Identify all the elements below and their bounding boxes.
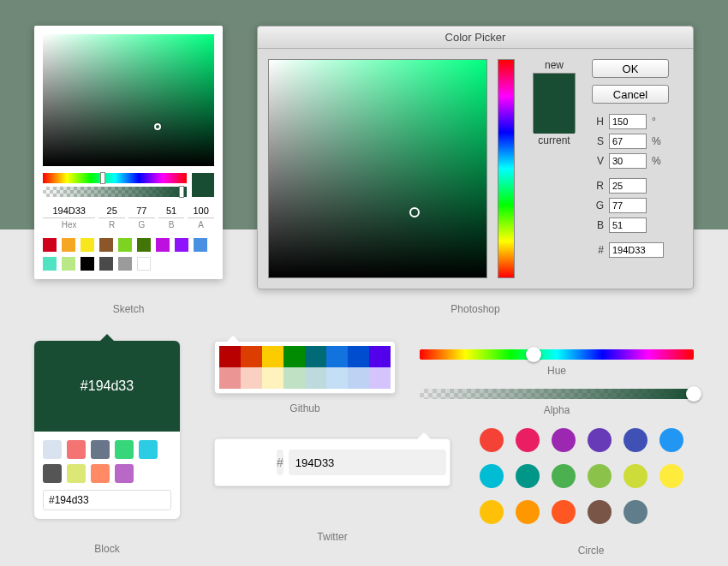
- github-swatch[interactable]: [241, 346, 262, 367]
- circle-swatch[interactable]: [552, 428, 576, 452]
- circle-swatch[interactable]: [588, 464, 612, 488]
- block-swatch[interactable]: [139, 440, 158, 459]
- sketch-sat-knob[interactable]: [154, 123, 161, 130]
- sketch-preset-swatch[interactable]: [62, 238, 75, 252]
- photoshop-sat-knob[interactable]: [409, 207, 420, 217]
- github-swatch[interactable]: [241, 367, 262, 389]
- sketch-preset-swatch[interactable]: [137, 257, 151, 271]
- circle-swatch[interactable]: [516, 428, 540, 452]
- circle-swatch[interactable]: [480, 428, 504, 452]
- circle-swatch[interactable]: [588, 500, 612, 524]
- photoshop-hue-bar[interactable]: [498, 59, 515, 278]
- sketch-a-input[interactable]: [188, 204, 214, 218]
- sketch-preset-swatch[interactable]: [43, 238, 57, 252]
- github-swatch[interactable]: [348, 367, 369, 389]
- alpha-slider-knob[interactable]: [686, 386, 701, 402]
- alpha-slider: Alpha: [420, 389, 694, 416]
- github-swatch[interactable]: [262, 367, 283, 389]
- github-swatch[interactable]: [305, 346, 326, 367]
- sketch-alpha-knob[interactable]: [179, 186, 184, 198]
- photoshop-color-preview: [533, 73, 576, 133]
- sketch-g-input[interactable]: [128, 204, 155, 218]
- photoshop-current-color: [534, 104, 575, 134]
- block-swatch[interactable]: [91, 464, 110, 483]
- sketch-preset-swatch[interactable]: [81, 238, 94, 252]
- ps-r-input[interactable]: [609, 178, 647, 194]
- block-label: Block: [34, 538, 180, 555]
- github-swatch[interactable]: [219, 367, 241, 389]
- sketch-hue-knob[interactable]: [100, 172, 105, 184]
- github-swatch[interactable]: [262, 346, 283, 367]
- block-swatch[interactable]: [115, 440, 134, 459]
- circle-swatch[interactable]: [480, 500, 504, 524]
- github-swatch[interactable]: [369, 346, 391, 367]
- sketch-hue-bar[interactable]: [43, 173, 187, 183]
- sketch-preset-swatch[interactable]: [175, 238, 188, 252]
- github-label: Github: [214, 397, 396, 414]
- block-header-swatch: #194d33: [34, 341, 180, 432]
- sketch-label: Sketch: [34, 298, 223, 315]
- circle-swatch[interactable]: [659, 464, 683, 488]
- photoshop-saturation-field[interactable]: [268, 59, 487, 278]
- circle-swatch[interactable]: [659, 428, 683, 452]
- block-swatch[interactable]: [67, 440, 86, 459]
- sketch-picker: Hex R G B A: [34, 26, 223, 279]
- sketch-presets: [43, 238, 214, 271]
- sketch-preset-swatch[interactable]: [194, 238, 207, 252]
- circle-swatch[interactable]: [552, 464, 576, 488]
- circle-swatch[interactable]: [624, 464, 647, 488]
- ps-hex-input[interactable]: [609, 242, 664, 258]
- sketch-preset-swatch[interactable]: [118, 257, 132, 271]
- sketch-alpha-bar[interactable]: [43, 187, 187, 197]
- hue-slider-knob[interactable]: [526, 347, 541, 362]
- ps-s-input[interactable]: [609, 134, 647, 149]
- sketch-preset-swatch[interactable]: [43, 257, 57, 271]
- sketch-hex-input[interactable]: [43, 204, 95, 218]
- circle-label: Circle: [480, 539, 702, 557]
- github-swatch[interactable]: [326, 346, 348, 367]
- block-hex-input[interactable]: [43, 490, 171, 510]
- ok-button[interactable]: OK: [592, 59, 669, 78]
- sketch-preset-swatch[interactable]: [137, 238, 151, 252]
- github-swatch[interactable]: [348, 346, 369, 367]
- sketch-r-input[interactable]: [98, 204, 125, 218]
- alpha-track[interactable]: [420, 389, 694, 399]
- github-swatch[interactable]: [305, 367, 326, 389]
- circle-swatch[interactable]: [624, 428, 647, 452]
- circle-swatch[interactable]: [552, 500, 576, 524]
- ps-h-input[interactable]: [609, 114, 647, 129]
- twitter-hash-icon: #: [277, 450, 283, 475]
- github-swatch[interactable]: [326, 367, 348, 389]
- sketch-preset-swatch[interactable]: [62, 257, 75, 271]
- sketch-preset-swatch[interactable]: [118, 238, 132, 252]
- block-swatch[interactable]: [67, 464, 86, 483]
- circle-swatch[interactable]: [516, 464, 540, 488]
- twitter-pointer: [417, 432, 431, 439]
- ps-v-input[interactable]: [609, 153, 647, 169]
- sketch-preset-swatch[interactable]: [99, 257, 113, 271]
- circle-swatch[interactable]: [588, 428, 612, 452]
- cancel-button[interactable]: Cancel: [592, 85, 669, 104]
- github-swatch[interactable]: [283, 346, 305, 367]
- hue-track[interactable]: [420, 349, 694, 360]
- github-swatch[interactable]: [219, 346, 241, 367]
- twitter-hex-input[interactable]: [289, 450, 446, 475]
- block-swatch[interactable]: [115, 464, 134, 483]
- circle-swatch[interactable]: [516, 500, 540, 524]
- ps-g-input[interactable]: [609, 198, 647, 213]
- ps-b-input[interactable]: [609, 217, 647, 233]
- sketch-preset-swatch[interactable]: [156, 238, 170, 252]
- sketch-preset-swatch[interactable]: [99, 238, 113, 252]
- block-swatch[interactable]: [91, 440, 110, 459]
- circle-swatch[interactable]: [480, 464, 504, 488]
- block-swatch[interactable]: [43, 464, 62, 483]
- sketch-b-input[interactable]: [158, 204, 185, 218]
- block-swatch[interactable]: [43, 440, 62, 459]
- sketch-preset-swatch[interactable]: [81, 257, 94, 271]
- github-swatch[interactable]: [283, 367, 305, 389]
- photoshop-title: Color Picker: [258, 27, 693, 49]
- circle-swatch[interactable]: [624, 500, 647, 524]
- sketch-saturation-field[interactable]: [43, 34, 214, 166]
- photoshop-new-label: new: [525, 59, 583, 71]
- github-swatch[interactable]: [369, 367, 391, 389]
